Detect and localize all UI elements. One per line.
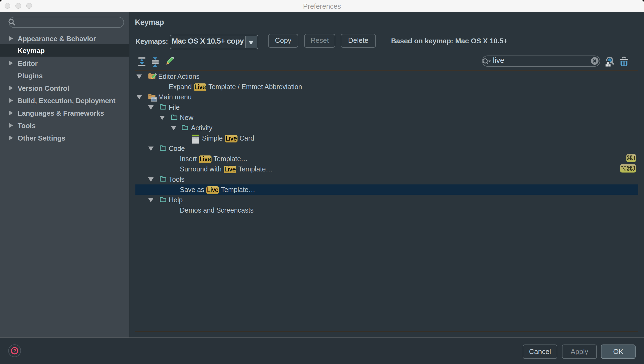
svg-text:J: J (632, 154, 635, 162)
svg-text:?: ? (13, 348, 16, 353)
svg-text:J: J (632, 165, 635, 172)
